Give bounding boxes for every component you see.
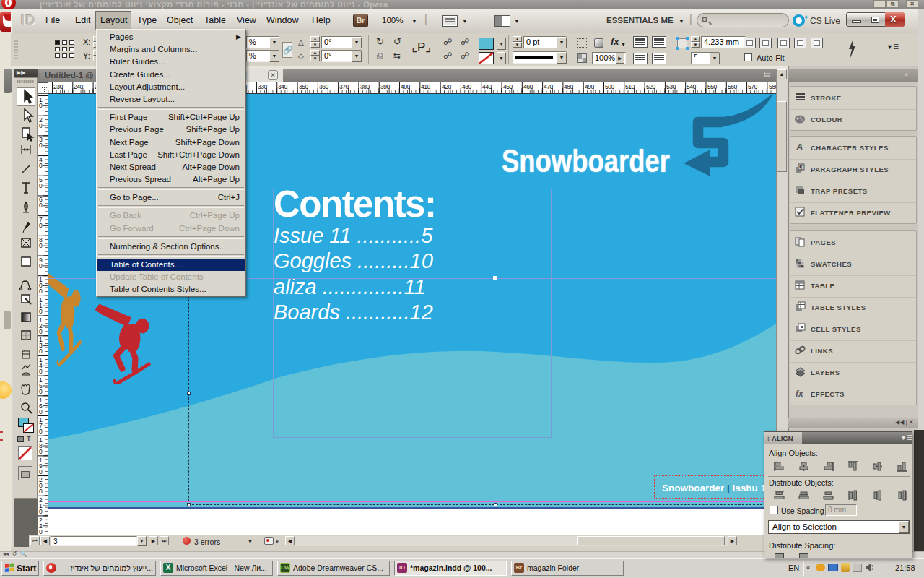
svg-text:fx: fx bbox=[796, 389, 804, 399]
svg-text:A: A bbox=[796, 142, 803, 152]
svg-text:¶: ¶ bbox=[799, 164, 803, 171]
